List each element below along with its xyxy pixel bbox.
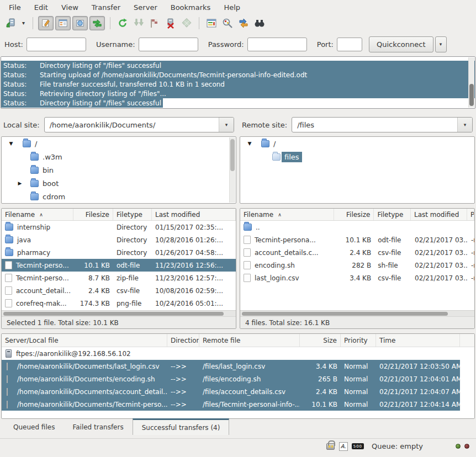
file-row[interactable]: account_detail... 2.4 KB csv-file 10/08/…	[2, 284, 236, 297]
toggle-local-tree-button[interactable]	[55, 16, 71, 30]
toggle-remote-tree-button[interactable]	[72, 16, 88, 30]
file-row-selected[interactable]: Tecmint-perso... 10.1 KB odt-file 11/23/…	[2, 259, 236, 272]
speed-limits-icon[interactable]: 500	[352, 443, 364, 449]
local-tree-scrollbar-thumb[interactable]	[230, 139, 235, 171]
tree-item-w3m[interactable]: .w3m	[2, 150, 236, 163]
local-list-hscrollbar[interactable]	[2, 310, 236, 316]
port-input[interactable]	[337, 38, 362, 51]
column-header-filesize[interactable]: Filesize	[73, 209, 113, 220]
site-manager-button[interactable]	[3, 16, 18, 30]
host-input[interactable]	[27, 38, 86, 51]
tree-item-files-selected[interactable]: files	[240, 150, 474, 163]
column-header-filetype[interactable]: Filetype	[374, 209, 411, 220]
menu-edit[interactable]: Edit	[28, 1, 55, 14]
tree-item-root[interactable]: ▼ /	[2, 137, 236, 150]
password-input[interactable]	[247, 38, 307, 51]
column-header-server-local-file[interactable]: Server/Local file	[2, 334, 167, 347]
tree-item-root[interactable]: ▼ /	[240, 137, 474, 150]
transfer-row[interactable]: /home/aaronkilik/Documents/Tecmint-perso…	[2, 398, 460, 411]
toggle-message-log-button[interactable]	[38, 16, 54, 30]
username-input[interactable]	[139, 38, 198, 51]
queue-server-row[interactable]: ftpes://aaronkilik@192.168.56.102	[2, 347, 474, 360]
reconnect-button[interactable]	[179, 16, 194, 30]
directory-comparison-button[interactable]	[220, 16, 235, 30]
column-header-filetype[interactable]: Filetype	[113, 209, 152, 220]
column-header-filesize[interactable]: Filesize	[334, 209, 374, 220]
expand-icon[interactable]: ▶	[16, 180, 24, 186]
file-row[interactable]: encoding.sh 282 B sh-file 02/21/2017 03.…	[240, 259, 474, 272]
column-header-time[interactable]: Time	[376, 334, 460, 347]
column-header-remote-file[interactable]: Remote file	[199, 334, 300, 347]
local-site-combo[interactable]: /home/aaronkilik/Documents/ ▾	[44, 117, 234, 132]
cancel-operation-button[interactable]	[147, 16, 162, 30]
tree-item-bin[interactable]: bin	[2, 163, 236, 177]
log-row[interactable]: Status: Retrieving directory listing of …	[1, 89, 475, 98]
menu-help[interactable]: Help	[217, 1, 247, 14]
log-row[interactable]: Status: Directory listing of "/files" su…	[1, 61, 475, 70]
log-scrollbar-thumb[interactable]	[469, 84, 474, 106]
local-tree-scrollbar[interactable]	[229, 137, 235, 203]
remote-path[interactable]: /files	[292, 118, 457, 132]
column-header-permissions[interactable]: Per	[467, 209, 474, 220]
menu-file[interactable]: File	[2, 1, 28, 14]
transfer-row[interactable]: /home/aaronkilik/Documents/last_login.cs…	[2, 360, 460, 373]
toggle-transfer-queue-button[interactable]	[89, 16, 105, 30]
file-row[interactable]: last_login.csv 3.4 KB csv-file 02/21/201…	[240, 272, 474, 284]
collapse-icon[interactable]: ▼	[246, 141, 253, 146]
local-path[interactable]: /home/aaronkilik/Documents/	[45, 118, 219, 132]
tab-successful-transfers[interactable]: Successful transfers (4)	[133, 418, 230, 435]
column-header-filename[interactable]: Filename ∧	[2, 209, 73, 220]
column-header-last-modified[interactable]: Last modified	[411, 209, 467, 220]
collapse-icon[interactable]: ▼	[7, 141, 15, 146]
file-row[interactable]: pharmacy Directory 01/26/2017 04:58:...	[2, 246, 236, 259]
transfer-type-ascii-icon[interactable]: A.	[339, 442, 348, 451]
header-label: Filetype	[377, 211, 403, 219]
file-row[interactable]: Tecmint-perso... 8.7 KB zip-file 11/23/2…	[2, 272, 236, 284]
column-header-direction[interactable]: Direction	[167, 334, 199, 347]
transfer-row[interactable]: /home/aaronkilik/Documents/encoding.sh -…	[2, 373, 460, 385]
remote-list-hscrollbar[interactable]	[240, 310, 474, 316]
column-header-size[interactable]: Size	[300, 334, 341, 347]
refresh-button[interactable]	[115, 16, 130, 30]
folder-icon	[5, 236, 13, 243]
transfer-row[interactable]: /home/aaronkilik/Documents/account_detai…	[2, 385, 460, 398]
file-row[interactable]: java Directory 10/28/2016 01:26:...	[2, 233, 236, 246]
quickconnect-dropdown-button[interactable]: ▾	[435, 36, 447, 52]
synchronized-browsing-button[interactable]	[236, 16, 251, 30]
tab-failed-transfers[interactable]: Failed transfers	[64, 419, 132, 434]
site-manager-dropdown-caret[interactable]: ▾	[19, 16, 28, 30]
process-queue-button[interactable]	[131, 16, 146, 30]
menu-server[interactable]: Server	[127, 1, 164, 14]
file-row[interactable]: corefreq-mak... 174.3 KB png-file 10/24/…	[2, 297, 236, 310]
remote-site-combo[interactable]: /files ▾	[292, 117, 473, 132]
file-row[interactable]: account_details.c... 2.4 KB csv-file 02/…	[240, 246, 474, 259]
file-icon	[7, 363, 8, 370]
quickconnect-button[interactable]: Quickconnect	[369, 36, 433, 52]
remote-list-hscrollbar-thumb[interactable]	[242, 312, 448, 316]
menu-bookmarks[interactable]: Bookmarks	[164, 1, 218, 14]
find-files-button[interactable]	[252, 16, 267, 30]
tree-item-cdrom[interactable]: cdrom	[2, 190, 236, 203]
tree-item-boot[interactable]: ▶ boot	[2, 177, 236, 190]
log-scrollbar[interactable]	[468, 57, 474, 108]
disconnect-button[interactable]	[163, 16, 178, 30]
menu-transfer[interactable]: Transfer	[85, 1, 127, 14]
directory-listing-filters-button[interactable]	[204, 16, 219, 30]
column-header-last-modified[interactable]: Last modified	[152, 209, 236, 220]
remote-path-dropdown-button[interactable]: ▾	[457, 118, 472, 132]
column-header-filename[interactable]: Filename ∧	[240, 209, 334, 220]
tab-queued-files[interactable]: Queued files	[4, 419, 64, 434]
encryption-lock-icon[interactable]	[326, 443, 335, 450]
local-path-dropdown-button[interactable]: ▾	[219, 118, 234, 132]
log-status-label: Status:	[1, 81, 40, 88]
log-row[interactable]: Status: Directory listing of "/files" su…	[1, 98, 475, 108]
menu-view[interactable]: View	[55, 1, 85, 14]
column-header-priority[interactable]: Priority	[341, 334, 376, 347]
log-row[interactable]: Status: File transfer successful, transf…	[1, 79, 475, 89]
log-row[interactable]: Status: Starting upload of /home/aaronki…	[1, 70, 475, 79]
file-row[interactable]: internship Directory 01/15/2017 02:35:..…	[2, 221, 236, 233]
file-row[interactable]: Tecmint-persona... 10.1 KB odt-file 02/2…	[240, 233, 474, 246]
transfer-queue-icon	[92, 18, 102, 28]
file-row-parent-dir[interactable]: ..	[240, 221, 474, 233]
local-list-hscrollbar-thumb[interactable]	[3, 312, 224, 316]
